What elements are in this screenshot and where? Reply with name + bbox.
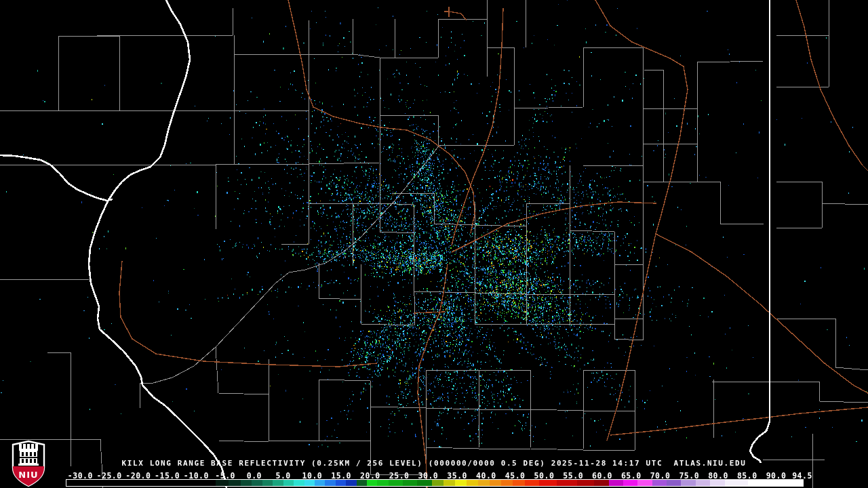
highway-line bbox=[595, 0, 688, 441]
highway-line bbox=[119, 261, 377, 367]
reflectivity-colorbar bbox=[66, 479, 804, 487]
highway-line bbox=[288, 0, 475, 233]
highway-line bbox=[444, 7, 467, 20]
county-boundary-line bbox=[392, 193, 526, 263]
county-boundary-line bbox=[380, 108, 514, 145]
county-boundary-line bbox=[776, 0, 829, 87]
highway-line bbox=[414, 312, 445, 313]
niu-logo: NIU bbox=[11, 440, 46, 488]
highway-line bbox=[452, 202, 656, 252]
county-boundary-line bbox=[353, 19, 487, 115]
state-boundaries bbox=[0, 0, 770, 488]
county-boundary-line bbox=[614, 182, 643, 340]
county-boundary-line bbox=[414, 263, 526, 325]
county-boundary-line bbox=[644, 70, 663, 182]
highway-line bbox=[610, 407, 868, 435]
county-boundary-line bbox=[218, 380, 370, 442]
highway-line bbox=[656, 234, 868, 393]
county-boundary-line bbox=[234, 19, 353, 110]
county-boundary-line bbox=[643, 108, 697, 182]
county-boundary-line bbox=[712, 380, 868, 438]
county-boundary-line bbox=[583, 47, 643, 108]
county-boundary-line bbox=[216, 110, 309, 164]
county-boundary-line bbox=[370, 370, 479, 449]
highway-line bbox=[418, 264, 448, 488]
product-caption: KILX LONG RANGE BASE REFLECTIVITY (0.25K… bbox=[0, 459, 868, 468]
logo-text: NIU bbox=[18, 470, 38, 480]
county-boundary-line bbox=[97, 8, 234, 110]
county-boundary-line bbox=[570, 230, 614, 339]
county-boundary-line bbox=[583, 319, 643, 450]
map-overlay bbox=[0, 0, 868, 488]
county-boundary-line bbox=[281, 115, 380, 244]
county-boundary-line bbox=[140, 347, 269, 408]
county-boundary-line bbox=[140, 145, 439, 384]
county-boundary-line bbox=[309, 163, 380, 264]
state-boundary-line bbox=[0, 155, 113, 201]
highway-line bbox=[452, 8, 503, 245]
state-boundary-line bbox=[750, 0, 770, 463]
county-boundary-line bbox=[0, 165, 216, 229]
county-boundary-line bbox=[776, 319, 868, 370]
county-boundary-line bbox=[479, 370, 583, 450]
county-boundary-line bbox=[643, 61, 764, 108]
county-boundary-line bbox=[776, 182, 868, 228]
county-boundary-line bbox=[380, 203, 414, 266]
county-boundary-line bbox=[0, 36, 119, 110]
highway-line bbox=[796, 0, 868, 171]
county-boundary-line bbox=[526, 165, 643, 264]
highway-lines bbox=[119, 0, 868, 488]
county-boundary-line bbox=[697, 182, 764, 224]
county-boundaries bbox=[0, 0, 868, 488]
radar-display: KILX LONG RANGE BASE REFLECTIVITY (0.25K… bbox=[0, 0, 868, 488]
county-boundary-line bbox=[319, 263, 414, 325]
state-boundary-line bbox=[89, 0, 226, 488]
